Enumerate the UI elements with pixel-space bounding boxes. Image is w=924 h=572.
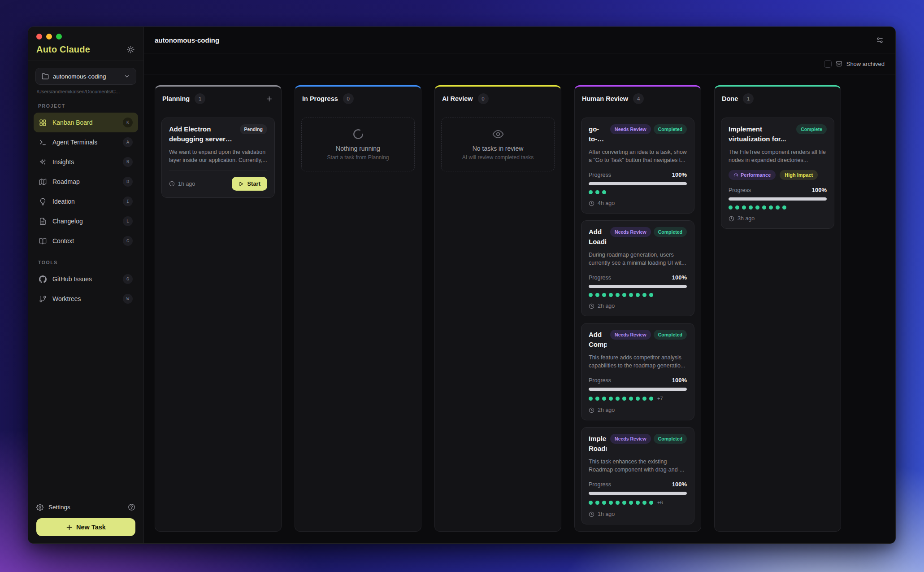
project-selector-value: autonomous-coding <box>53 73 106 80</box>
column-title: Planning <box>162 95 190 102</box>
project-selector[interactable]: autonomous-coding <box>35 68 136 85</box>
subtask-dot <box>749 205 753 210</box>
subtask-dot <box>642 397 646 401</box>
sidebar-item-kanban-board[interactable]: Kanban Board K <box>34 113 138 132</box>
subtask-dot <box>622 293 626 297</box>
task-card[interactable]: Add Electron debugging server wit... Pen… <box>161 118 275 198</box>
subtask-dot <box>649 293 653 297</box>
sparkles-icon <box>39 158 47 166</box>
complete-badge: Complete <box>796 124 827 134</box>
board-settings-button[interactable] <box>875 35 885 45</box>
sidebar-item-worktrees[interactable]: Worktrees W <box>34 289 138 309</box>
show-archived-label: Show archived <box>846 61 885 67</box>
help-button[interactable] <box>128 503 135 511</box>
theme-toggle-button[interactable] <box>126 45 135 54</box>
completed-badge: Completed <box>654 227 687 237</box>
sliders-icon <box>876 36 884 44</box>
kanban-board: Planning 1 Add Electron debugging server… <box>144 74 895 543</box>
subtask-dots <box>729 205 827 210</box>
sidebar-item-ideation[interactable]: Ideation I <box>34 192 138 211</box>
needs-review-badge: Needs Review <box>610 124 651 134</box>
empty-subtitle: Start a task from Planning <box>327 154 389 161</box>
task-description: During roadmap generation, users current… <box>589 251 687 268</box>
minimize-window-button[interactable] <box>46 34 52 39</box>
sidebar-item-changelog[interactable]: Changelog L <box>34 211 138 231</box>
filter-bar: Show archived <box>144 53 895 74</box>
sidebar-item-label: Changelog <box>52 218 83 225</box>
start-button-label: Start <box>247 180 260 187</box>
shortcut-badge: W <box>123 294 133 304</box>
column-title: Done <box>722 95 738 102</box>
subtask-dot <box>595 190 599 194</box>
subtask-dot <box>642 293 646 297</box>
task-card[interactable]: go-to-task-... Needs Review Completed Af… <box>581 118 694 214</box>
needs-review-badge: Needs Review <box>610 227 651 237</box>
column-count-badge: 0 <box>343 93 354 104</box>
dots-overflow-count: +6 <box>657 500 663 505</box>
column-title: AI Review <box>442 95 473 102</box>
progress-label: Progress <box>589 275 611 281</box>
progress-value: 100% <box>672 274 687 281</box>
subtask-dots: +7 <box>589 396 687 401</box>
sidebar-item-insights[interactable]: Insights N <box>34 152 138 172</box>
gauge-icon <box>733 173 738 178</box>
settings-button[interactable] <box>36 504 43 511</box>
subtask-dot <box>629 397 633 401</box>
subtask-dot <box>636 397 640 401</box>
sun-icon <box>127 46 134 53</box>
new-task-button[interactable]: New Task <box>36 518 135 536</box>
task-card[interactable]: Add Comp... Needs Review Completed This … <box>581 323 694 420</box>
subtask-dots: +6 <box>589 500 687 505</box>
progress-label: Progress <box>589 377 611 384</box>
sidebar-footer: Settings New Task <box>28 495 143 543</box>
task-card[interactable]: Implement Roadm... Needs Review Complete… <box>581 427 694 524</box>
task-card[interactable]: Add Loadin... Needs Review Completed Dur… <box>581 220 694 316</box>
progress-bar <box>589 285 687 288</box>
sidebar-item-roadmap[interactable]: Roadmap D <box>34 172 138 192</box>
sidebar-item-label: Context <box>52 237 74 245</box>
eye-icon <box>492 128 504 140</box>
start-task-button[interactable]: Start <box>232 177 267 191</box>
subtask-dot <box>589 190 593 194</box>
column-title: In Progress <box>302 95 338 102</box>
task-title: Implement virtualization for... <box>729 124 793 144</box>
column-count-badge: 1 <box>743 93 754 104</box>
sidebar: Auto Claude autonomous-coding /Users/and… <box>28 27 144 543</box>
gear-icon <box>36 504 43 511</box>
tools-nav-section: TOOLS GitHub Issues G Worktrees W <box>28 251 143 309</box>
column-done: Done 1 Implement virtualization for... C… <box>714 85 841 532</box>
sidebar-item-github-issues[interactable]: GitHub Issues G <box>34 269 138 289</box>
show-archived-checkbox[interactable] <box>824 60 832 68</box>
progress-value: 100% <box>812 187 827 193</box>
status-badge: Pending <box>240 124 267 134</box>
empty-title: Nothing running <box>336 145 380 152</box>
sidebar-item-agent-terminals[interactable]: Agent Terminals A <box>34 132 138 152</box>
sidebar-item-label: Ideation <box>52 198 75 205</box>
column-in-progress: In Progress 0 Nothing running Start a ta… <box>295 85 421 532</box>
shortcut-badge: L <box>123 216 133 226</box>
empty-title: No tasks in review <box>473 145 524 152</box>
clock-icon <box>169 181 175 187</box>
subtask-dots <box>589 190 687 194</box>
sidebar-item-label: Roadmap <box>52 178 80 185</box>
app-window: Auto Claude autonomous-coding /Users/and… <box>28 26 896 544</box>
close-window-button[interactable] <box>36 34 42 39</box>
add-task-button[interactable] <box>265 94 274 104</box>
column-planning: Planning 1 Add Electron debugging server… <box>155 85 282 532</box>
task-title: Add Electron debugging server wit... <box>169 124 236 144</box>
sidebar-item-label: GitHub Issues <box>52 275 92 283</box>
completed-badge: Completed <box>654 330 687 340</box>
progress-bar <box>589 388 687 391</box>
zoom-window-button[interactable] <box>56 34 62 39</box>
subtask-dot <box>589 397 593 401</box>
subtask-dot <box>616 293 620 297</box>
subtask-dot <box>769 205 773 210</box>
page-title: autonomous-coding <box>155 36 219 44</box>
app-title: Auto Claude <box>36 44 90 55</box>
task-timestamp: 4h ago <box>598 200 615 206</box>
progress-value: 100% <box>672 171 687 178</box>
subtask-dot <box>602 397 606 401</box>
sidebar-item-context[interactable]: Context C <box>34 231 138 251</box>
subtask-dot <box>629 501 633 505</box>
task-card[interactable]: Implement virtualization for... Complete… <box>721 118 834 229</box>
